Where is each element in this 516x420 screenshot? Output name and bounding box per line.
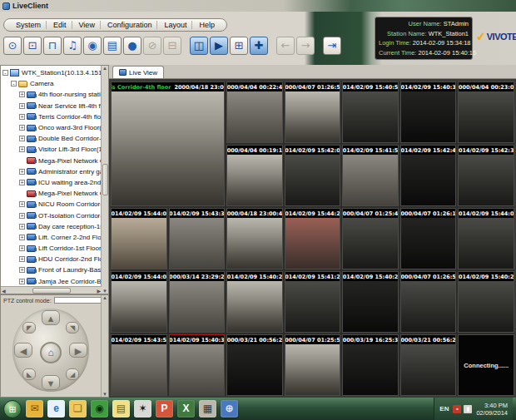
expand-icon[interactable]: + [19, 103, 25, 109]
video-cell[interactable]: 2014/02/09 15:40:31 [400, 82, 457, 143]
powerpoint-icon[interactable]: P [156, 400, 173, 418]
ptz-right-button[interactable]: ▶ [69, 343, 87, 358]
video-cell[interactable]: 2014/02/09 15:44:02 [111, 271, 167, 333]
video-cell[interactable]: 2014/02/09 15:42:34 [458, 145, 514, 206]
mail-app-icon[interactable]: ✉ [26, 400, 43, 418]
tray-battery-icon[interactable]: ▮ [464, 405, 472, 413]
tray-alert-icon[interactable]: ▪ [453, 405, 461, 413]
scroll-down-icon[interactable]: ▼ [102, 392, 107, 397]
ptz-down-right-button[interactable]: ◢ [66, 368, 79, 380]
tree-camera-item[interactable]: +ICU waiting area-2nd floor( [2, 177, 108, 188]
tree-camera-item[interactable]: +Double Bed Corridor-3rd Flc [2, 133, 108, 144]
tree-camera-item[interactable]: +Mega-Pixel Network Camera [2, 156, 108, 166]
expand-icon[interactable]: + [19, 213, 25, 219]
tree-folder-camera[interactable]: - Camera [2, 78, 108, 89]
video-cell[interactable]: 2014/02/09 15:40:29 [226, 271, 283, 333]
scrollbar-thumb[interactable] [32, 288, 71, 294]
video-cell[interactable]: 2000/03/14 23:29:28 [169, 271, 226, 333]
expand-icon[interactable]: + [19, 146, 25, 152]
tree-camera-item[interactable]: +HDU Corridor-2nd Floor(10. [2, 254, 108, 264]
ptz-vertical-scrollbar[interactable]: ▲ ▼ [101, 295, 108, 397]
collapse-icon[interactable]: - [2, 70, 8, 76]
menu-item-configuration[interactable]: Configuration [102, 21, 158, 29]
tree-camera-item[interactable]: +Front of Laundry-Basement [2, 264, 108, 275]
video-cell[interactable]: 2000/04/07 01:25:51 [285, 334, 341, 396]
ptz-down-button[interactable]: ▼ [42, 375, 60, 390]
folder-icon[interactable]: ❏ [69, 400, 87, 418]
ptz-up-right-button[interactable]: ◥ [66, 322, 79, 334]
video-cell[interactable]: 2014/02/09 15:43:32 [169, 208, 226, 269]
video-cell[interactable]: 2000/03/19 16:25:35 [342, 334, 399, 396]
video-cell[interactable]: 2014/02/09 15:42:05 [285, 145, 341, 206]
power-button[interactable]: ⊙ [3, 37, 22, 55]
video-cell[interactable]: 2014/02/09 15:40:32 [169, 334, 226, 396]
lock-button[interactable]: ⊓ [43, 37, 62, 55]
expand-icon[interactable]: + [19, 114, 25, 120]
menu-item-system[interactable]: System [11, 21, 47, 29]
menu-item-layout[interactable]: Layout [159, 21, 192, 29]
snapshot-button[interactable]: ◉ [83, 37, 102, 55]
tree-camera-item[interactable]: +Visitor Lift-3rd Floor(10.13. [2, 144, 108, 155]
tree-camera-item[interactable]: +NICU Room Corridor-1st Floo [2, 199, 108, 210]
taskbar-clock[interactable]: 3:40 PM 02/09/2014 [476, 402, 508, 417]
video-cell[interactable]: 2000/04/04 00:23:00 [458, 82, 514, 143]
network-app-icon[interactable]: ⊕ [221, 400, 238, 418]
expand-icon[interactable]: + [19, 169, 25, 175]
tree-horizontal-scrollbar[interactable]: ◀ ▶ [1, 286, 102, 294]
video-cell[interactable]: 2000/04/18 23:00:42 [226, 208, 283, 269]
device-app-icon[interactable]: ▦ [199, 400, 216, 418]
layout-split-button[interactable]: ◫ [190, 37, 208, 55]
video-cell[interactable]: Connecting...... [458, 334, 514, 396]
expand-icon[interactable]: + [19, 201, 25, 207]
video-cell[interactable]: 2014/02/09 15:40:26 [342, 271, 399, 333]
video-cell[interactable]: 2000/04/07 01:25:46 [342, 208, 399, 269]
video-cell[interactable]: 2014/02/09 15:42:44 [400, 145, 457, 206]
expand-icon[interactable]: + [19, 279, 25, 284]
playback-button[interactable]: ▶ [210, 37, 228, 55]
menu-item-view[interactable]: View [74, 21, 101, 29]
video-cell[interactable]: 2000/04/04 00:22:41 [226, 82, 283, 143]
internet-explorer-icon[interactable]: e [47, 400, 65, 418]
collapse-icon[interactable]: - [11, 81, 17, 86]
tree-camera-item[interactable]: +OT-Isolation Corridor-2nd Fl [2, 210, 108, 220]
expand-icon[interactable]: + [19, 136, 25, 141]
print-button[interactable]: ▤ [103, 37, 122, 55]
ptz-home-button[interactable]: ⌂ [40, 342, 62, 363]
grid-layout-button[interactable]: ⊞ [230, 37, 248, 55]
start-button[interactable]: ⊞ [3, 400, 22, 418]
expand-icon[interactable]: + [19, 125, 25, 131]
video-cell[interactable]: 2000/04/04 00:19:15 [226, 145, 283, 206]
scroll-up-icon[interactable]: ▲ [102, 295, 107, 300]
video-cell[interactable]: 2000/03/21 00:56:25 [400, 334, 457, 396]
ptz-mode-select[interactable] [54, 297, 106, 304]
scroll-right-icon[interactable]: ▶ [97, 288, 101, 294]
ptz-up-left-button[interactable]: ◤ [22, 322, 36, 334]
language-indicator[interactable]: EN [439, 405, 449, 413]
video-cell[interactable]: 2000/04/07 01:26:53 [285, 82, 341, 143]
scroll-down-icon[interactable]: ▼ [102, 289, 107, 294]
tree-camera-item[interactable]: +Jamja Jee Corridor-Baseme [2, 276, 108, 287]
ptz-left-button[interactable]: ◀ [14, 343, 32, 358]
expand-icon[interactable]: + [19, 245, 25, 251]
utility-app-icon[interactable]: ✶ [134, 400, 151, 418]
video-cell[interactable]: Terris Corridor-4th floor2000/04/18 23:0… [111, 82, 225, 206]
expand-icon[interactable]: + [19, 256, 25, 262]
tree-camera-item[interactable]: +4th floor-nursing station(10 [2, 89, 108, 100]
video-cell[interactable]: 2014/02/09 15:44:05 [111, 208, 167, 269]
video-cell[interactable]: 2014/02/09 15:40:28 [458, 271, 514, 333]
exit-button[interactable]: ⇥ [323, 37, 341, 55]
video-cell[interactable]: 2014/02/09 15:43:51 [111, 334, 167, 396]
scroll-left-icon[interactable]: ◀ [2, 288, 6, 294]
display-settings-button[interactable]: ⊡ [23, 37, 42, 55]
tree-camera-item[interactable]: +Onco ward-3rd Floor(10.13 [2, 122, 108, 133]
media-viewer-icon[interactable]: ◉ [91, 400, 108, 418]
video-cell[interactable]: 2014/02/09 15:44:03 [458, 208, 514, 269]
video-cell[interactable]: 2000/03/21 00:56:25 [226, 334, 283, 396]
tree-vertical-scrollbar[interactable]: ▲ ▼ [101, 66, 108, 294]
menu-item-help[interactable]: Help [194, 21, 220, 29]
video-cell[interactable]: 2014/02/09 15:41:53 [342, 145, 399, 206]
scrollbar-thumb[interactable] [102, 164, 108, 195]
video-cell[interactable]: 2014/02/09 15:41:27 [285, 271, 341, 333]
expand-icon[interactable]: + [19, 224, 25, 230]
video-cell[interactable]: 2000/04/07 01:26:16 [400, 208, 457, 269]
